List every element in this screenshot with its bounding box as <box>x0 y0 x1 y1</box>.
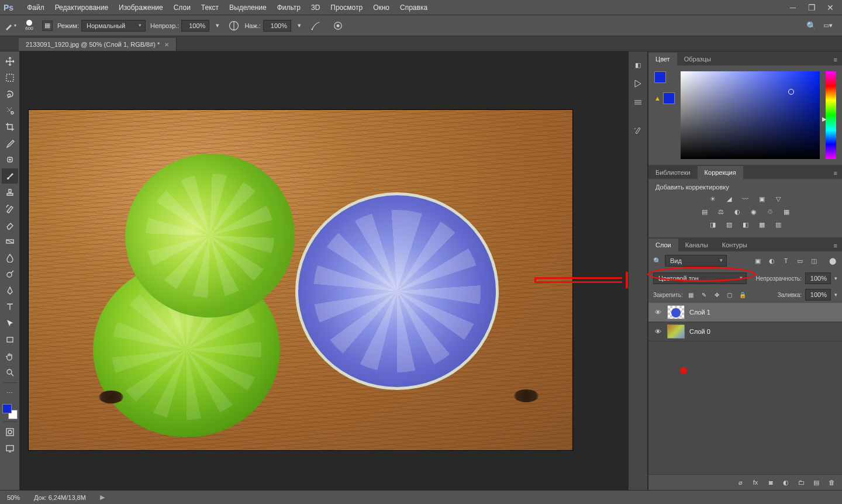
brush-preview[interactable]: 600 <box>21 18 37 34</box>
hue-pointer-icon[interactable]: ▶ <box>822 116 827 122</box>
layer-mask-icon[interactable]: ◙ <box>766 478 775 486</box>
filter-smart-icon[interactable]: ◫ <box>809 257 819 265</box>
window-close-icon[interactable]: ✕ <box>826 3 835 12</box>
opacity-input[interactable]: 100% <box>181 20 209 32</box>
tab-swatches[interactable]: Образцы <box>677 53 718 65</box>
opacity-dropdown-icon[interactable]: ▾ <box>212 20 223 32</box>
window-minimize-icon[interactable]: ─ <box>788 3 798 12</box>
brush-settings-panel-icon[interactable] <box>632 124 644 137</box>
layer-thumbnail[interactable] <box>667 325 685 339</box>
stamp-tool[interactable] <box>2 185 18 200</box>
adj-colorbalance-icon[interactable]: ⚖ <box>716 207 726 216</box>
layer-opacity-input[interactable]: 100% <box>805 272 831 284</box>
adj-threshold-icon[interactable]: ◧ <box>740 220 751 229</box>
color-bg-swatch[interactable] <box>663 92 675 104</box>
brush-tool[interactable] <box>2 168 18 184</box>
status-info-dropdown-icon[interactable]: ▶ <box>100 493 105 501</box>
lock-transparency-icon[interactable]: ▦ <box>686 291 696 299</box>
document-tab[interactable]: 2133091_1920.jpg @ 50% (Слой 1, RGB/8#) … <box>19 38 177 51</box>
lock-artboard-icon[interactable]: ▢ <box>725 291 734 299</box>
pressure-opacity-icon[interactable] <box>228 20 240 32</box>
canvas-area[interactable] <box>20 51 628 490</box>
layer-name[interactable]: Слой 0 <box>689 328 710 335</box>
link-layers-icon[interactable]: ⌀ <box>736 478 745 486</box>
move-tool[interactable] <box>2 54 18 69</box>
properties-panel-icon[interactable] <box>632 96 644 109</box>
pressure-size-icon[interactable] <box>332 20 344 32</box>
blur-tool[interactable] <box>2 250 18 265</box>
adj-photofilter-icon[interactable]: ◉ <box>748 207 759 216</box>
visibility-icon[interactable]: 👁 <box>653 309 662 316</box>
dodge-tool[interactable] <box>2 267 18 282</box>
filter-shape-icon[interactable]: ▭ <box>795 257 805 265</box>
adjustment-layer-icon[interactable]: ◐ <box>781 478 791 486</box>
edit-toolbar-icon[interactable]: ⋯ <box>2 385 18 401</box>
adj-bw-icon[interactable]: ◐ <box>732 207 743 216</box>
flow-dropdown-icon[interactable]: ▾ <box>294 20 305 32</box>
filter-adjust-icon[interactable]: ◐ <box>767 257 777 265</box>
lock-all-icon[interactable]: 🔒 <box>738 291 747 299</box>
tool-preset-icon[interactable]: ▾ <box>5 20 16 32</box>
adj-hue-icon[interactable]: ▤ <box>699 207 710 216</box>
hue-slider[interactable]: ▶ <box>826 71 836 159</box>
filter-type-icon[interactable]: T <box>781 257 791 265</box>
eyedropper-tool[interactable] <box>2 136 18 151</box>
menu-file[interactable]: Файл <box>22 1 50 14</box>
history-panel-icon[interactable]: ◧ <box>632 58 644 71</box>
tab-adjustments[interactable]: Коррекция <box>698 166 743 179</box>
layer-name[interactable]: Слой 1 <box>689 309 710 316</box>
marquee-tool[interactable] <box>2 70 18 85</box>
pen-tool[interactable] <box>2 283 18 298</box>
menu-view[interactable]: Просмотр <box>325 1 368 14</box>
screenmode-tool[interactable] <box>2 441 18 456</box>
layer-fx-icon[interactable]: fx <box>751 478 760 486</box>
tab-channels[interactable]: Каналы <box>678 239 715 251</box>
type-tool[interactable] <box>2 299 18 315</box>
adj-posterize-icon[interactable]: ▨ <box>724 220 734 229</box>
layer-fill-dropdown-icon[interactable]: ▾ <box>834 292 837 298</box>
menu-help[interactable]: Справка <box>395 1 433 14</box>
fg-bg-colors[interactable] <box>2 404 18 419</box>
adj-selective-icon[interactable]: ▩ <box>757 220 767 229</box>
panel-menu-icon[interactable]: ≡ <box>829 167 842 179</box>
adj-brightness-icon[interactable]: ☀ <box>708 194 718 203</box>
menu-edit[interactable]: Редактирование <box>50 1 113 14</box>
status-zoom[interactable]: 50% <box>7 494 20 501</box>
search-icon[interactable]: 🔍 <box>806 21 816 30</box>
gradient-tool[interactable] <box>2 234 18 249</box>
color-fg-swatch[interactable] <box>654 71 666 83</box>
layer-opacity-dropdown-icon[interactable]: ▾ <box>834 275 837 281</box>
quickmask-tool[interactable] <box>2 424 18 440</box>
adj-vibrance-icon[interactable]: ▽ <box>773 194 784 203</box>
zoom-tool[interactable] <box>2 365 18 380</box>
menu-window[interactable]: Окно <box>368 1 395 14</box>
canvas[interactable] <box>29 110 572 450</box>
path-select-tool[interactable] <box>2 316 18 331</box>
delete-layer-icon[interactable]: 🗑 <box>827 478 836 486</box>
lasso-tool[interactable] <box>2 87 18 102</box>
actions-panel-icon[interactable] <box>632 77 644 90</box>
lock-position-icon[interactable]: ✥ <box>712 291 722 299</box>
adj-colorlookup-icon[interactable]: ▦ <box>781 207 792 216</box>
crop-tool[interactable] <box>2 119 18 134</box>
rectangle-tool[interactable] <box>2 332 18 347</box>
panel-menu-icon[interactable]: ≡ <box>829 54 842 65</box>
tab-layers[interactable]: Слои <box>648 239 678 251</box>
layer-fill-input[interactable]: 100% <box>805 289 831 301</box>
adj-invert-icon[interactable]: ◨ <box>708 220 718 229</box>
tab-color[interactable]: Цвет <box>648 53 677 65</box>
adj-exposure-icon[interactable]: ▣ <box>757 194 767 203</box>
menu-select[interactable]: Выделение <box>224 1 272 14</box>
color-cursor[interactable] <box>788 89 794 95</box>
menu-3d[interactable]: 3D <box>306 1 325 14</box>
new-layer-icon[interactable]: ▤ <box>812 478 821 486</box>
menu-image[interactable]: Изображение <box>113 1 168 14</box>
menu-text[interactable]: Текст <box>196 1 224 14</box>
menu-layers[interactable]: Слои <box>168 1 196 14</box>
adj-curves-icon[interactable]: 〰 <box>740 194 751 203</box>
brush-panel-toggle-icon[interactable]: ▦ <box>42 20 53 31</box>
layer-row[interactable]: 👁 Слой 1 <box>648 303 842 322</box>
tab-libraries[interactable]: Библиотеки <box>648 166 698 179</box>
filter-toggle-icon[interactable]: ⬤ <box>828 257 837 265</box>
layer-filter-kind[interactable]: Вид <box>665 255 727 267</box>
